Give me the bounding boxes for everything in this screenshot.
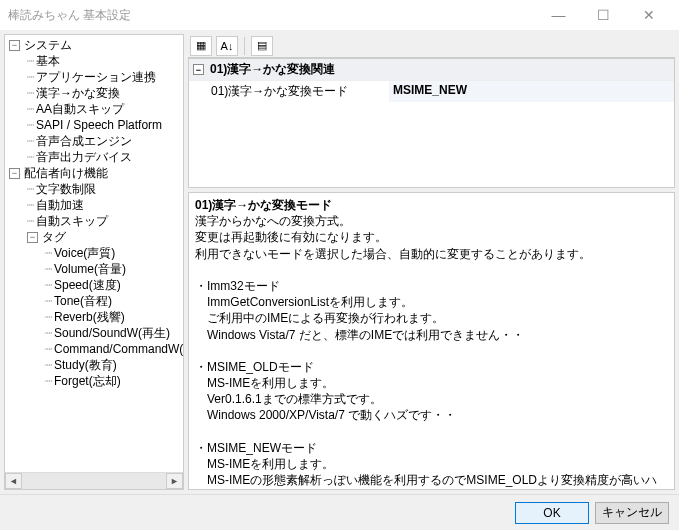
tree-item[interactable]: ┈AA自動スキップ bbox=[25, 101, 181, 117]
tree-item[interactable]: ┈文字数制限 bbox=[25, 181, 181, 197]
close-button[interactable]: ✕ bbox=[626, 0, 671, 30]
categorized-icon[interactable]: ▦ bbox=[190, 36, 212, 56]
tree-item[interactable]: ┈漢字→かな変換 bbox=[25, 85, 181, 101]
alphabetical-icon[interactable]: A↓ bbox=[216, 36, 238, 56]
tree-item[interactable]: ┈アプリケーション連携 bbox=[25, 69, 181, 85]
tree-item[interactable]: ┈自動スキップ bbox=[25, 213, 181, 229]
tree-item[interactable]: ┈音声出力デバイス bbox=[25, 149, 181, 165]
tree-item[interactable]: ┈SAPI / Speech Platform bbox=[25, 117, 181, 133]
cancel-button[interactable]: キャンセル bbox=[595, 502, 669, 524]
property-name: 01)漢字→かな変換モード bbox=[189, 81, 389, 102]
property-grid[interactable]: − 01)漢字→かな変換関連 01)漢字→かな変換モード MSIME_NEW bbox=[188, 58, 675, 188]
tree-item[interactable]: ┈Study(教育) bbox=[43, 357, 181, 373]
property-toolbar: ▦ A↓ ▤ bbox=[188, 34, 675, 58]
tree-node-tag[interactable]: −タグ bbox=[25, 229, 181, 245]
tree-item[interactable]: ┈Sound/SoundW(再生) bbox=[43, 325, 181, 341]
tree-item[interactable]: ┈Tone(音程) bbox=[43, 293, 181, 309]
dialog-footer: OK キャンセル bbox=[0, 494, 679, 530]
scroll-right-icon[interactable]: ► bbox=[166, 473, 183, 489]
tree-item[interactable]: ┈音声合成エンジン bbox=[25, 133, 181, 149]
property-value[interactable]: MSIME_NEW bbox=[389, 81, 674, 102]
window-title: 棒読みちゃん 基本設定 bbox=[8, 7, 536, 24]
tree-item[interactable]: ┈Volume(音量) bbox=[43, 261, 181, 277]
collapse-icon[interactable]: − bbox=[27, 232, 38, 243]
tree-item[interactable]: ┈Reverb(残響) bbox=[43, 309, 181, 325]
property-pages-icon[interactable]: ▤ bbox=[251, 36, 273, 56]
property-category[interactable]: − 01)漢字→かな変換関連 bbox=[189, 59, 674, 80]
desc-heading: 01)漢字→かな変換モード bbox=[195, 197, 668, 213]
maximize-button[interactable]: ☐ bbox=[581, 0, 626, 30]
property-row[interactable]: 01)漢字→かな変換モード MSIME_NEW bbox=[189, 80, 674, 102]
tree-item[interactable]: ┈Forget(忘却) bbox=[43, 373, 181, 389]
tree-node-system[interactable]: −システム bbox=[7, 37, 181, 53]
collapse-icon[interactable]: − bbox=[9, 168, 20, 179]
settings-tree[interactable]: −システム ┈基本 ┈アプリケーション連携 ┈漢字→かな変換 ┈AA自動スキップ… bbox=[5, 35, 183, 472]
collapse-icon[interactable]: − bbox=[193, 64, 204, 75]
minimize-button[interactable]: — bbox=[536, 0, 581, 30]
scroll-left-icon[interactable]: ◄ bbox=[5, 473, 22, 489]
tree-item[interactable]: ┈基本 bbox=[25, 53, 181, 69]
tree-item[interactable]: ┈Voice(声質) bbox=[43, 245, 181, 261]
titlebar: 棒読みちゃん 基本設定 — ☐ ✕ bbox=[0, 0, 679, 30]
collapse-icon[interactable]: − bbox=[9, 40, 20, 51]
tree-item[interactable]: ┈Speed(速度) bbox=[43, 277, 181, 293]
tree-panel: −システム ┈基本 ┈アプリケーション連携 ┈漢字→かな変換 ┈AA自動スキップ… bbox=[4, 34, 184, 490]
tree-item[interactable]: ┈Command/CommandW(コ bbox=[43, 341, 181, 357]
ok-button[interactable]: OK bbox=[515, 502, 589, 524]
description-panel: 01)漢字→かな変換モード 漢字からかなへの変換方式。 変更は再起動後に有効にな… bbox=[188, 192, 675, 490]
horizontal-scrollbar[interactable]: ◄ ► bbox=[5, 472, 183, 489]
tree-item[interactable]: ┈自動加速 bbox=[25, 197, 181, 213]
tree-node-broadcast[interactable]: −配信者向け機能 bbox=[7, 165, 181, 181]
